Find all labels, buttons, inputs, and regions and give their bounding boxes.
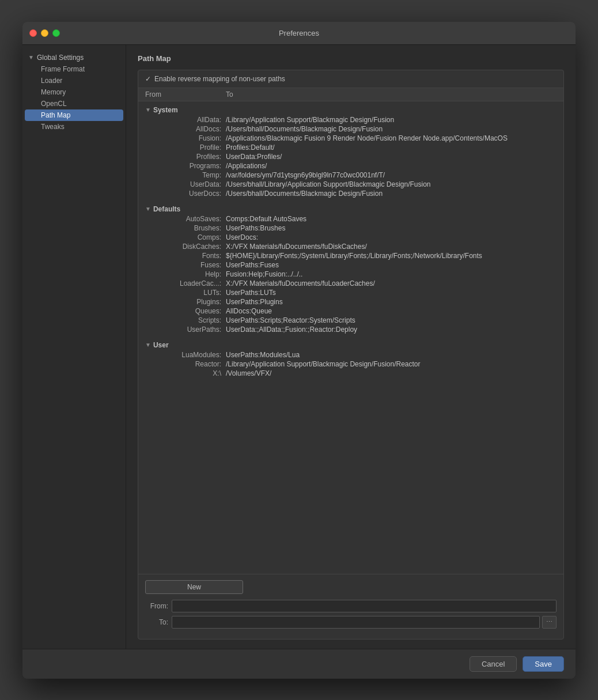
row-key: Comps: bbox=[145, 233, 226, 241]
row-key: Reactor: bbox=[145, 360, 226, 368]
row-val: /Users/bhall/Documents/Blackmagic Design… bbox=[226, 190, 557, 198]
checkmark-icon: ✓ bbox=[145, 75, 151, 83]
row-key: AllDocs: bbox=[145, 125, 226, 133]
row-val: UserDocs: bbox=[226, 233, 557, 241]
row-val: Profiles:Default/ bbox=[226, 143, 557, 152]
section-defaults-header[interactable]: ▼ Defaults bbox=[145, 205, 557, 213]
chevron-down-icon: ▼ bbox=[145, 342, 151, 348]
sidebar-item-memory[interactable]: Memory bbox=[25, 86, 123, 98]
browse-button[interactable]: ⋯ bbox=[542, 616, 557, 629]
page-title: Path Map bbox=[138, 54, 564, 63]
row-val: ${HOME}/Library/Fonts;/System/Library/Fo… bbox=[226, 252, 557, 260]
section-system-header[interactable]: ▼ System bbox=[145, 106, 557, 114]
table-row: Plugins: UserPaths:Plugins bbox=[145, 297, 557, 307]
table-row: AutoSaves: Comps:Default AutoSaves bbox=[145, 214, 557, 224]
enable-row: ✓ Enable reverse mapping of non-user pat… bbox=[138, 70, 563, 88]
new-button-row: New bbox=[145, 580, 557, 594]
row-key: Fonts: bbox=[145, 252, 226, 260]
row-val: /var/folders/ym/7d1ytsgn6y9blgl9ln77c0wc… bbox=[226, 171, 557, 179]
row-key: Brushes: bbox=[145, 224, 226, 232]
sidebar: ▼ Global Settings Frame Format Loader Me… bbox=[22, 45, 126, 649]
table-row: Queues: AllDocs:Queue bbox=[145, 307, 557, 316]
to-input-container: ⋯ bbox=[172, 616, 557, 629]
chevron-down-icon: ▼ bbox=[145, 206, 151, 212]
row-val: /Users/bhall/Library/Application Support… bbox=[226, 180, 557, 188]
row-val: /Users/bhall/Documents/Blackmagic Design… bbox=[226, 125, 557, 133]
sidebar-item-frame-format[interactable]: Frame Format bbox=[25, 63, 123, 75]
to-row: To: ⋯ bbox=[145, 616, 557, 629]
table-row: Help: Fusion:Help;Fusion:../../.. bbox=[145, 270, 557, 279]
from-input[interactable] bbox=[172, 600, 557, 612]
row-key: Programs: bbox=[145, 162, 226, 170]
table-row: Reactor: /Library/Application Support/Bl… bbox=[145, 360, 557, 369]
row-key: LoaderCac...: bbox=[145, 279, 226, 287]
table-row: DiskCaches: X:/VFX Materials/fuDocuments… bbox=[145, 242, 557, 251]
minimize-button[interactable] bbox=[41, 29, 48, 37]
section-defaults-label: Defaults bbox=[153, 205, 180, 213]
row-val: /Applications/Blackmagic Fusion 9 Render… bbox=[226, 134, 557, 142]
from-row: From: bbox=[145, 600, 557, 612]
table-row: Fonts: ${HOME}/Library/Fonts;/System/Lib… bbox=[145, 251, 557, 260]
table-row: UserDocs: /Users/bhall/Documents/Blackma… bbox=[145, 189, 557, 198]
from-label: From: bbox=[145, 602, 168, 610]
table-row: LuaModules: UserPaths:Modules/Lua bbox=[145, 350, 557, 360]
table-row: Profiles: UserData:Profiles/ bbox=[145, 152, 557, 161]
row-key: Fusion: bbox=[145, 134, 226, 142]
sidebar-item-tweaks[interactable]: Tweaks bbox=[25, 121, 123, 133]
table-row: AllDocs: /Users/bhall/Documents/Blackmag… bbox=[145, 124, 557, 134]
table-row: Scripts: UserPaths:Scripts;Reactor:Syste… bbox=[145, 316, 557, 325]
table-row: Brushes: UserPaths:Brushes bbox=[145, 224, 557, 233]
footer: Cancel Save bbox=[22, 649, 576, 679]
section-user-header[interactable]: ▼ User bbox=[145, 341, 557, 349]
row-val: Comps:Default AutoSaves bbox=[226, 215, 557, 223]
table-row: AllData: /Library/Application Support/Bl… bbox=[145, 115, 557, 124]
to-label: To: bbox=[145, 618, 168, 626]
row-key: X:\ bbox=[145, 369, 226, 377]
row-val: UserPaths:Fuses bbox=[226, 261, 557, 269]
row-val: X:/VFX Materials/fuDocuments/fuLoaderCac… bbox=[226, 279, 557, 287]
row-key: LuaModules: bbox=[145, 351, 226, 359]
row-val: UserPaths:Plugins bbox=[226, 298, 557, 306]
sidebar-item-path-map[interactable]: Path Map bbox=[25, 109, 123, 121]
row-val: UserPaths:LUTs bbox=[226, 289, 557, 297]
row-val: /Library/Application Support/Blackmagic … bbox=[226, 116, 557, 124]
titlebar: Preferences bbox=[22, 22, 576, 45]
chevron-down-icon: ▼ bbox=[28, 54, 34, 60]
row-key: DiskCaches: bbox=[145, 243, 226, 251]
row-val: X:/VFX Materials/fuDocuments/fuDiskCache… bbox=[226, 243, 557, 251]
row-val: /Volumes/VFX/ bbox=[226, 369, 557, 377]
section-user-label: User bbox=[153, 341, 169, 349]
table-row: Fuses: UserPaths:Fuses bbox=[145, 260, 557, 270]
sidebar-group-global-settings[interactable]: ▼ Global Settings bbox=[22, 52, 126, 63]
row-key: Fuses: bbox=[145, 261, 226, 269]
to-input[interactable] bbox=[172, 616, 540, 629]
row-val: UserData:Profiles/ bbox=[226, 153, 557, 161]
chevron-down-icon: ▼ bbox=[145, 107, 151, 113]
row-key: Scripts: bbox=[145, 316, 226, 324]
row-key: LUTs: bbox=[145, 289, 226, 297]
sidebar-item-loader[interactable]: Loader bbox=[25, 75, 123, 86]
row-val: UserData:;AllData:;Fusion:;Reactor:Deplo… bbox=[226, 326, 557, 334]
content-area: Path Map ✓ Enable reverse mapping of non… bbox=[126, 45, 576, 649]
row-key: AutoSaves: bbox=[145, 215, 226, 223]
table-row: Profile: Profiles:Default/ bbox=[145, 143, 557, 152]
maximize-button[interactable] bbox=[52, 29, 60, 37]
table-row: X:\ /Volumes/VFX/ bbox=[145, 369, 557, 378]
cancel-button[interactable]: Cancel bbox=[470, 656, 517, 672]
close-button[interactable] bbox=[29, 29, 37, 37]
row-key: Profile: bbox=[145, 143, 226, 152]
table-header: From To bbox=[138, 88, 563, 101]
row-key: Temp: bbox=[145, 171, 226, 179]
row-val: /Library/Application Support/Blackmagic … bbox=[226, 360, 557, 368]
main-content: ▼ Global Settings Frame Format Loader Me… bbox=[22, 45, 576, 649]
sidebar-item-opencl[interactable]: OpenCL bbox=[25, 98, 123, 109]
table-row: UserPaths: UserData:;AllData:;Fusion:;Re… bbox=[145, 325, 557, 334]
row-val: UserPaths:Brushes bbox=[226, 224, 557, 232]
table-body: ▼ System AllData: /Library/Application S… bbox=[138, 101, 563, 567]
path-map-panel: ✓ Enable reverse mapping of non-user pat… bbox=[138, 70, 564, 640]
save-button[interactable]: Save bbox=[523, 656, 564, 672]
row-key: AllData: bbox=[145, 116, 226, 124]
col-to-header: To bbox=[226, 90, 557, 99]
new-button[interactable]: New bbox=[145, 580, 243, 594]
enable-label: Enable reverse mapping of non-user paths bbox=[154, 75, 285, 83]
